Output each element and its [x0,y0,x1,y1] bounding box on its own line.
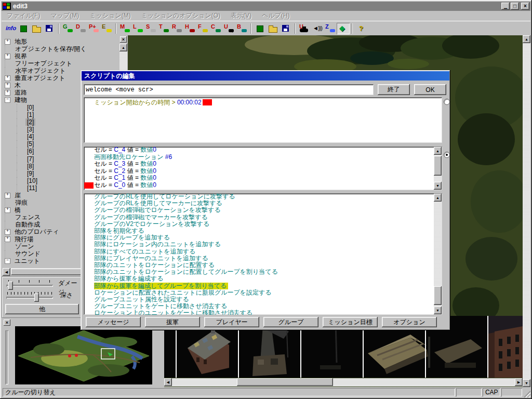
scroll-up-icon[interactable]: ▲ [434,194,442,202]
action-row[interactable]: セル = C_2 値 = 数値0 [94,168,432,175]
road-tool-icon[interactable]: R [170,23,183,34]
save-map-tool-icon[interactable] [43,23,56,34]
scroll-left-icon[interactable]: ◀ [164,378,172,386]
command-item[interactable]: グループのV2でロケーションを攻撃する [94,221,432,228]
expander-icon[interactable]: + [5,236,10,242]
tab-options[interactable]: オプション [382,317,437,327]
minimap-slider[interactable] [5,330,8,384]
vertical-object-tool-icon[interactable]: S [144,23,157,34]
info-tool-icon[interactable]: info [4,23,17,34]
expander-icon[interactable]: + [5,83,10,88]
command-item[interactable]: 部隊から援軍を編成してグループを割り当てる [94,283,228,289]
scroll-down-icon[interactable]: ▼ [434,182,442,190]
command-item[interactable]: 部隊から援軍を編成する [94,275,432,282]
condition-row[interactable]: ミッション開始からの時間 > 00:00:02 [94,99,440,107]
damage-slider[interactable] [6,285,53,287]
scroll-up-icon[interactable]: ▲ [523,35,530,43]
ok-button[interactable]: OK [414,84,446,95]
zone-tool-icon[interactable]: Z [324,23,337,34]
command-list-scrollbar[interactable]: ▲ ▼ [434,194,442,314]
panel-close-icon[interactable]: × [120,36,127,43]
unit-tool-icon[interactable]: U [298,23,311,34]
sound-tool-icon[interactable]: ◄))) [311,23,324,34]
script-tool-icon[interactable]: ◆ [337,23,350,34]
expander-icon[interactable]: + [5,90,10,96]
command-item[interactable]: 部隊にロケーション内のユニットを追加する [94,241,432,248]
bridge-tool-icon[interactable]: B [235,23,248,34]
expander-icon[interactable]: − [5,258,10,264]
expander-icon[interactable]: + [5,39,10,45]
minimap[interactable] [15,326,152,384]
menu-item[interactable]: マップ(M) [45,10,84,21]
action-row[interactable]: セル = C_1 値 = 数値0 [94,175,432,182]
action-list-scrollbar[interactable]: ▲ ▼ [434,147,442,190]
new-terrain-tool-icon[interactable] [17,23,30,34]
house-tool-icon[interactable]: H [183,23,196,34]
help-tool-icon[interactable]: ? [355,23,368,34]
unit-dropdown-tool-icon[interactable]: U▼ [222,23,235,34]
scroll-thumb[interactable] [434,286,442,305]
tab-mission-goal[interactable]: ミッション目標 [323,317,378,327]
expander-icon[interactable]: + [5,207,10,213]
action-list[interactable]: ▲ ▼ セル = C_4 値 = 数値0画面移動先ロケーション #6セル = C… [84,147,442,190]
tree-scroll-up-icon[interactable]: ▲ [119,44,127,51]
minimize-button[interactable]: ▁ [501,3,510,10]
depth-slider-thumb[interactable] [34,294,39,302]
menu-item[interactable]: ミッションのオプション(O) [136,10,225,21]
command-item[interactable]: ロケーション上のユニットをゲートに移動させ消去する [94,310,432,315]
tab-player[interactable]: プレイヤー [204,317,259,327]
open-map-tool-icon[interactable] [30,23,43,34]
expander-icon[interactable]: − [5,97,10,103]
close-button[interactable]: × [521,3,529,10]
tree-scroll-left-icon[interactable]: ◀ [3,268,10,276]
action-row[interactable]: 画面移動先ロケーション #6 [94,154,432,161]
map-vertical-scrollbar[interactable]: ▲ ▼ [523,35,530,387]
condition-radio[interactable] [444,99,450,105]
menu-item[interactable]: ファイル(F) [2,10,45,21]
condition-list[interactable]: ミッション開始からの時間 > 00:00:02 [84,97,442,143]
expander-icon[interactable]: + [5,54,10,59]
command-item[interactable]: 部隊にすべてのユニットを追加する [94,248,432,255]
object-strip-scrollbar[interactable]: ◀ ▶ [164,378,523,387]
fence-tool-icon[interactable]: F [196,23,209,34]
location-tool-icon[interactable]: L [131,23,144,34]
terrain-tool-icon[interactable]: G [61,23,74,34]
scroll-down-icon[interactable]: ▼ [434,307,442,314]
scroll-thumb[interactable] [434,156,442,176]
tab-message[interactable]: メッセージ [86,317,141,327]
tab-reinforcement[interactable]: 援軍 [145,317,200,327]
dialog-titlebar[interactable]: スクリプトの編集 [82,71,449,81]
other-button[interactable]: 他 [5,304,79,314]
explosion-tool-icon[interactable]: P+ [87,23,100,34]
open-mission-tool-icon[interactable] [267,23,280,34]
scroll-up-icon[interactable]: ▲ [434,147,442,155]
tree-tool-icon[interactable]: T [157,23,170,34]
crater-tool-icon[interactable]: D [74,23,87,34]
scroll-thumb[interactable] [237,378,333,386]
new-mission-tool-icon[interactable] [254,23,267,34]
damage-slider-thumb[interactable] [8,282,13,290]
command-item[interactable]: グループの榴弾砲でロケーションを攻撃する [94,207,432,214]
action-radio[interactable] [444,152,450,158]
depth-slider[interactable] [6,297,53,299]
command-item[interactable]: グループの榴弾砲でマーカーを攻撃する [94,214,432,221]
scroll-track[interactable] [164,378,523,387]
marker-tool-icon[interactable]: M [118,23,131,34]
action-row[interactable]: セル = C_3 値 = 数値0 [94,161,432,168]
minimap-close-icon[interactable]: × [4,320,10,326]
scroll-track[interactable] [523,35,530,387]
exit-button[interactable]: 終了 [378,84,410,95]
save-mission-tool-icon[interactable] [280,23,292,34]
script-name-input[interactable] [84,84,374,95]
scroll-down-icon[interactable]: ▼ [523,379,530,387]
eraser-tool-icon[interactable]: E [100,23,113,34]
expander-icon[interactable]: + [5,229,10,235]
command-list[interactable]: ▲ ▼ グループのRLを使用してロケーションに攻撃するグループのRLを使用してマ… [84,193,442,315]
expander-icon[interactable]: + [5,75,10,81]
menu-item[interactable]: ヘルプ(H) [257,10,295,21]
building-tool-icon[interactable]: C [209,23,222,34]
tab-group[interactable]: グループ [263,317,318,327]
expander-icon[interactable]: + [5,193,10,198]
action-row[interactable]: セル = C_4 値 = 数値0 [94,147,432,154]
menu-item[interactable]: ミッション(M) [84,10,136,21]
